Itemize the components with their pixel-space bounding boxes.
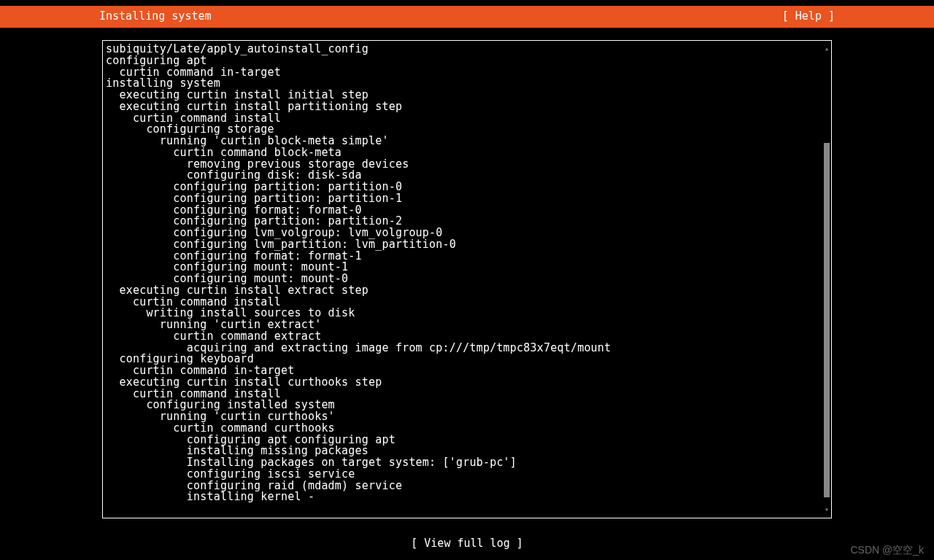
watermark: CSDN @空空_k [850, 545, 924, 556]
view-full-log-button[interactable]: [ View full log ] [411, 537, 523, 550]
scrollbar-thumb[interactable] [824, 143, 830, 497]
header-bar: Installing system [ Help ] [0, 6, 934, 28]
page-title: Installing system [99, 11, 212, 23]
help-button[interactable]: [ Help ] [782, 11, 835, 23]
footer: [ View full log ] [0, 534, 934, 554]
scrollbar[interactable]: ▴ ▾ [822, 44, 831, 515]
scroll-down-icon[interactable]: ▾ [825, 506, 829, 514]
scroll-up-icon[interactable]: ▴ [825, 45, 829, 53]
log-output: subiquity/Late/apply_autoinstall_config … [106, 44, 822, 515]
log-frame: subiquity/Late/apply_autoinstall_config … [102, 40, 832, 518]
